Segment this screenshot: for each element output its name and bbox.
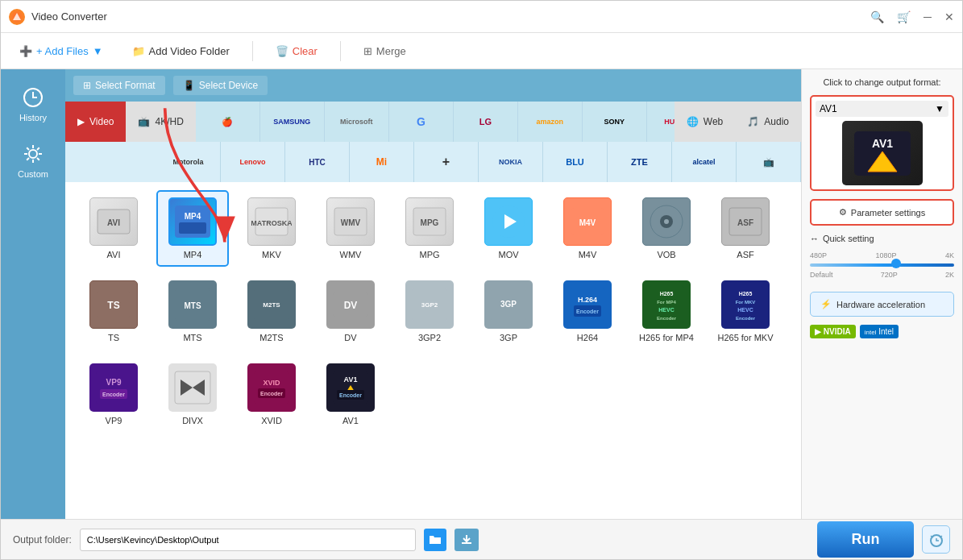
brand-huawei[interactable]: HUAWEI	[647, 102, 675, 142]
brand-blu[interactable]: BLU	[543, 142, 608, 182]
run-button[interactable]: Run	[817, 521, 914, 558]
title-bar: Video Converter 🔍 🛒 ─ ✕	[1, 1, 962, 33]
format-vob[interactable]: VOB	[630, 190, 703, 267]
format-mp4[interactable]: MP4 MP4	[156, 190, 229, 267]
dropdown-arrow-icon: ▼	[93, 45, 103, 57]
select-format-tab[interactable]: ⊞ Select Format	[73, 76, 165, 95]
hardware-acceleration-button[interactable]: ⚡ Hardware acceleration	[810, 292, 954, 317]
parameter-settings-button[interactable]: ⚙ Parameter settings	[810, 199, 954, 226]
select-device-tab[interactable]: 📱 Select Device	[173, 76, 268, 95]
merge-icon: ⊞	[363, 45, 372, 57]
format-mkv[interactable]: MATROSKA MKV	[235, 190, 308, 267]
history-label: History	[19, 113, 47, 122]
plus-icon: ➕	[19, 45, 32, 57]
category-audio[interactable]: 🎵 Audio	[735, 102, 801, 142]
brand-row-2: Motorola Lenovo HTC Mi + NOKIA BLU ZTE a…	[65, 142, 801, 182]
format-mpg[interactable]: MPG MPG	[393, 190, 466, 267]
brand-mi[interactable]: Mi	[350, 142, 414, 182]
brand-microsoft[interactable]: Microsoft	[325, 102, 389, 142]
ts-icon: TS	[89, 280, 138, 329]
brand-google[interactable]: G	[389, 102, 454, 142]
run-label: Run	[852, 531, 880, 547]
brand-zte[interactable]: ZTE	[608, 142, 672, 182]
format-dv[interactable]: DV DV	[314, 273, 387, 350]
format-mts[interactable]: MTS MTS	[156, 273, 229, 350]
brand-sony[interactable]: SONY	[583, 102, 647, 142]
category-hd[interactable]: 📺 4K/HD	[126, 102, 195, 142]
label-4k: 4K	[945, 251, 954, 259]
format-vp9[interactable]: VP9Encoder VP9	[77, 356, 150, 433]
format-dropdown[interactable]: AV1 ▼	[816, 101, 948, 117]
quality-slider[interactable]: 480P 1080P 4K Default 720P 2K	[810, 251, 954, 284]
brand-tv[interactable]: 📺	[737, 142, 801, 182]
format-h264[interactable]: H.264Encoder H264	[551, 273, 624, 350]
brand-lenovo[interactable]: Lenovo	[221, 142, 285, 182]
format-wmv[interactable]: WMV WMV	[314, 190, 387, 267]
svg-text:ASF: ASF	[737, 218, 753, 227]
format-m4v[interactable]: M4V M4V	[551, 190, 624, 267]
add-files-button[interactable]: ➕ + Add Files ▼	[13, 41, 110, 61]
add-video-folder-button[interactable]: 📁 Add Video Folder	[126, 41, 236, 61]
clear-button[interactable]: 🗑️ Clear	[269, 41, 324, 61]
format-ts[interactable]: TS TS	[77, 273, 150, 350]
format-m2ts[interactable]: M2TS M2TS	[235, 273, 308, 350]
asf-icon: ASF	[721, 197, 770, 246]
format-icon: ⊞	[83, 80, 91, 91]
format-h265mp4[interactable]: H265For MP4HEVCEncoder H265 for MP4	[630, 273, 703, 350]
svg-text:Encoder: Encoder	[576, 309, 599, 314]
format-mov[interactable]: MOV	[472, 190, 545, 267]
3gp-icon: 3GP	[484, 280, 533, 329]
brand-nokia[interactable]: NOKIA	[479, 142, 543, 182]
alarm-button[interactable]	[922, 525, 950, 554]
store-icon[interactable]: 🛒	[897, 10, 911, 23]
title-bar-left: Video Converter	[9, 9, 107, 25]
brand-amazon[interactable]: amazon	[518, 102, 583, 142]
brand-samsung[interactable]: SAMSUNG	[260, 102, 325, 142]
output-path-input[interactable]	[80, 529, 417, 551]
video-label: Video	[89, 116, 114, 127]
svg-text:HEVC: HEVC	[737, 307, 753, 313]
xvid-label: XVID	[261, 416, 282, 425]
h265mp4-icon: H265For MP4HEVCEncoder	[642, 280, 691, 329]
nvidia-badge[interactable]: ▶ NVIDIA	[810, 325, 856, 338]
format-3gp[interactable]: 3GP 3GP	[472, 273, 545, 350]
format-xvid[interactable]: XVIDEncoder XVID	[235, 356, 308, 433]
wmv-icon: WMV	[326, 197, 375, 246]
sidebar-item-history[interactable]: History	[5, 77, 61, 130]
format-asf[interactable]: ASF ASF	[709, 190, 782, 267]
format-h265mkv[interactable]: H265For MKVHEVCEncoder H265 for MKV	[709, 273, 782, 350]
brand-lg[interactable]: LG	[454, 102, 518, 142]
brand-htc[interactable]: HTC	[285, 142, 350, 182]
bottom-bar: Output folder: Run	[1, 519, 962, 559]
format-av1-grid[interactable]: AV1Encoder AV1	[314, 356, 387, 433]
brand-apple[interactable]: 🍎	[196, 102, 260, 142]
minimize-button[interactable]: ─	[924, 10, 932, 23]
format-avi[interactable]: AVI AVI	[77, 190, 150, 267]
category-web[interactable]: 🌐 Web	[675, 102, 735, 142]
merge-button[interactable]: ⊞ Merge	[357, 41, 413, 61]
category-video[interactable]: ▶ Video	[65, 102, 126, 142]
svg-text:VP9: VP9	[106, 378, 122, 387]
search-icon[interactable]: 🔍	[870, 10, 884, 23]
ts-label: TS	[108, 333, 119, 342]
export-button[interactable]	[455, 529, 479, 551]
3gp2-label: 3GP2	[418, 333, 441, 342]
brand-motorola[interactable]: Motorola	[156, 142, 221, 182]
slider-thumb[interactable]	[891, 259, 901, 268]
close-button[interactable]: ✕	[944, 10, 954, 23]
hw-accel-label: Hardware acceleration	[836, 300, 925, 309]
settings-sliders-icon: ⚙	[839, 207, 847, 218]
m2ts-label: M2TS	[259, 333, 283, 342]
browse-folder-button[interactable]	[424, 529, 446, 551]
divx-icon	[168, 363, 217, 412]
format-area: ⊞ Select Format 📱 Select Device ▶ Video	[65, 69, 801, 519]
format-3gp2[interactable]: 3GP2 3GP2	[393, 273, 466, 350]
intel-badge[interactable]: intel Intel	[860, 325, 899, 338]
av1-label-grid: AV1	[342, 416, 359, 425]
format-divx[interactable]: DIVX	[156, 356, 229, 433]
sidebar-item-custom[interactable]: Custom	[5, 134, 61, 186]
h265mkv-label: H265 for MKV	[717, 333, 773, 342]
brand-plus[interactable]: +	[414, 142, 479, 182]
brand-alcatel[interactable]: alcatel	[672, 142, 737, 182]
svg-text:M2TS: M2TS	[263, 301, 280, 309]
